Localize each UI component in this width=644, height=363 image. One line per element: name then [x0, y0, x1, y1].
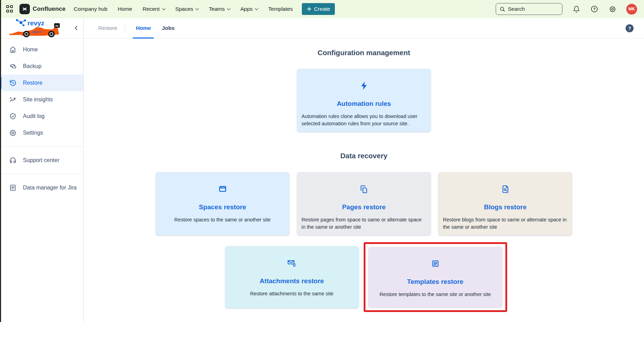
nav-item-company-hub[interactable]: Company hub [74, 6, 108, 12]
user-avatar[interactable]: MK [626, 4, 637, 15]
sidebar-item-backup[interactable]: Backup [0, 58, 83, 75]
sidebar-item-site-insights[interactable]: Site insights [0, 91, 83, 108]
nav-item-home[interactable]: Home [118, 6, 132, 12]
nav-item-teams[interactable]: Teams [209, 6, 230, 12]
product-name: Confluence [33, 6, 66, 12]
highlight-annotation: Templates restore Restore templates to t… [364, 242, 507, 312]
file-search-icon [501, 185, 510, 194]
sidebar-brand: revyz 43 REVYZ [0, 18, 83, 39]
section-title-configuration: Configuration management [84, 49, 644, 57]
top-navigation: Confluence Company hub Home Recent Space… [0, 0, 644, 18]
window-edge [0, 0, 1, 322]
card-title: Automation rules [297, 100, 431, 108]
audit-icon [9, 112, 17, 120]
lightning-icon [360, 81, 368, 90]
card-attachments-restore[interactable]: Attachments restore Restore attachments … [225, 246, 359, 308]
app-switcher-icon[interactable] [6, 5, 14, 13]
tab-jobs[interactable]: Jobs [159, 18, 177, 39]
card-automation-rules[interactable]: Automation rules Automation rules clone … [297, 69, 431, 132]
sidebar-item-home[interactable]: Home [0, 41, 83, 58]
window-icon [218, 185, 227, 194]
card-description: Restore templates to the same site or an… [368, 291, 503, 298]
sidebar-item-audit-log[interactable]: Audit log [0, 108, 83, 125]
primary-nav: Company hub Home Recent Spaces Teams App… [74, 6, 293, 12]
card-title: Templates restore [368, 278, 503, 286]
backup-icon [9, 62, 17, 70]
nav-item-apps[interactable]: Apps [240, 6, 258, 12]
page-help-button[interactable]: ? [625, 24, 634, 33]
nav-item-templates[interactable]: Templates [268, 6, 293, 12]
card-description: Restore attachments to the same site [225, 290, 359, 297]
home-icon [9, 46, 17, 53]
sidebar-item-data-manager-jira[interactable]: Data manager for Jira [0, 179, 83, 196]
main-area: Restore Home Jobs ? Configuration manage… [84, 18, 644, 322]
sidebar-item-support-center[interactable]: Support center [0, 152, 83, 169]
settings-button[interactable] [608, 5, 617, 13]
article-icon [431, 259, 440, 268]
copy-pages-icon [360, 185, 369, 194]
card-title: Pages restore [297, 203, 431, 211]
sidebar: revyz 43 REVYZ Home [0, 18, 84, 322]
card-description: Automation rules clone allows you to dow… [297, 113, 431, 127]
insights-icon [9, 96, 17, 103]
restore-icon [9, 79, 17, 87]
plus-icon [307, 7, 312, 11]
card-pages-restore[interactable]: Pages restore Restore pages from space t… [297, 172, 431, 235]
sidebar-divider [0, 174, 83, 174]
chevron-down-icon [227, 7, 230, 10]
chevron-down-icon [162, 7, 165, 10]
help-button[interactable]: ? [590, 5, 598, 13]
chevron-down-icon [196, 7, 199, 10]
svg-text:revyz: revyz [27, 19, 44, 27]
card-description: Restore blogs from space to same or alte… [438, 216, 572, 230]
document-icon [9, 184, 17, 192]
confluence-logo[interactable]: Confluence [19, 4, 66, 14]
sidebar-divider [0, 146, 83, 147]
mail-attachment-icon [287, 259, 297, 268]
card-title: Blogs restore [438, 203, 572, 211]
settings-icon [9, 129, 17, 137]
headset-icon [9, 157, 17, 164]
question-icon: ? [591, 5, 598, 13]
sidebar-item-restore[interactable]: Restore [0, 75, 83, 91]
card-spaces-restore[interactable]: Spaces restore Restore spaces to the sam… [156, 172, 289, 235]
nav-item-spaces[interactable]: Spaces [175, 6, 199, 12]
card-templates-restore[interactable]: Templates restore Restore templates to t… [368, 247, 503, 307]
sidebar-item-settings[interactable]: Settings [0, 125, 83, 141]
sidebar-menu: Home Backup Restore Site insights [0, 39, 83, 196]
page-header: Restore Home Jobs ? [84, 18, 644, 39]
collapse-sidebar-button[interactable] [75, 26, 79, 30]
header-divider [125, 24, 125, 33]
chevron-down-icon [255, 7, 258, 10]
svg-text:?: ? [593, 7, 595, 11]
breadcrumb[interactable]: Restore [98, 25, 117, 31]
svg-text:REVYZ: REVYZ [33, 31, 41, 34]
svg-text:43: 43 [55, 24, 58, 27]
notifications-button[interactable] [572, 5, 580, 13]
bell-icon [573, 6, 580, 13]
card-title: Spaces restore [156, 203, 289, 211]
search-icon [499, 6, 505, 12]
search-field[interactable] [496, 3, 562, 15]
gear-icon [609, 6, 616, 13]
card-description: Restore pages from space to same or alte… [297, 216, 431, 230]
card-description: Restore spaces to the same or another si… [156, 216, 289, 223]
section-title-data-recovery: Data recovery [84, 152, 644, 160]
card-title: Attachments restore [225, 277, 359, 285]
search-input[interactable] [508, 6, 553, 12]
restore-home-content: Configuration management Automation rule… [84, 39, 644, 312]
confluence-mark-icon [19, 4, 30, 14]
tab-home[interactable]: Home [133, 18, 154, 39]
revyz-logo: revyz 43 REVYZ [9, 18, 69, 38]
card-blogs-restore[interactable]: Blogs restore Restore blogs from space t… [438, 172, 572, 235]
nav-item-recent[interactable]: Recent [142, 6, 165, 12]
create-button[interactable]: Create [302, 3, 335, 15]
question-circle-icon: ? [625, 24, 634, 33]
svg-text:?: ? [628, 26, 631, 31]
